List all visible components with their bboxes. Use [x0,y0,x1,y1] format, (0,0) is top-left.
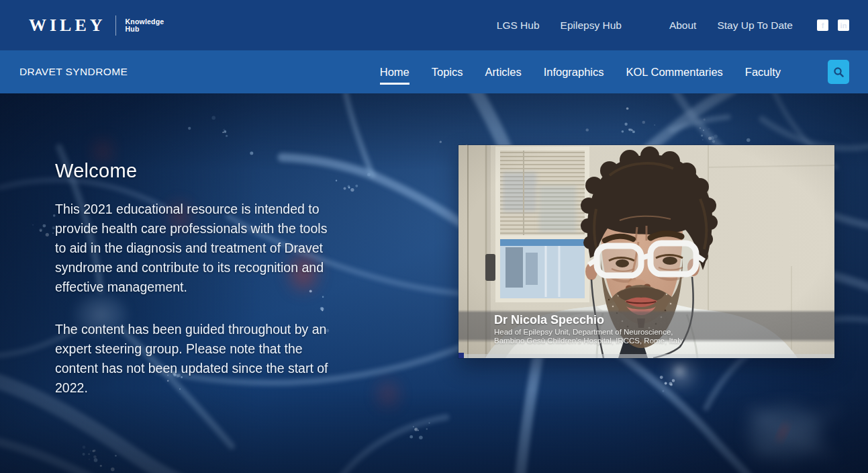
nav-home[interactable]: Home [380,66,409,79]
facebook-icon[interactable]: f [817,19,828,31]
topnav-lgs-hub[interactable]: LGS Hub [497,19,540,32]
topnav-about[interactable]: About [669,19,697,32]
wiley-wordmark: WILEY [29,15,106,36]
site-title[interactable]: DRAVET SYNDROME [19,66,128,78]
site-nav: DRAVET SYNDROME Home Topics Articles Inf… [0,50,868,93]
brand-divider [115,15,116,36]
video-player[interactable]: Dr Nicola Specchio Head of Epilepsy Unit… [459,145,834,358]
intro-paragraph: This 2021 educational resource is intend… [55,200,327,297]
nav-infographics[interactable]: Infographics [544,66,604,79]
speaker-name: Dr Nicola Specchio [494,312,834,327]
search-icon [833,67,845,78]
nav-kol-commentaries[interactable]: KOL Commentaries [626,66,723,79]
nav-topics[interactable]: Topics [432,66,463,79]
page: WILEY Knowledge Hub LGS Hub Epilepsy Hub… [0,0,868,473]
steering-line: 2022. [55,378,328,398]
search-button[interactable] [828,60,849,84]
topnav-epilepsy-hub[interactable]: Epilepsy Hub [561,19,622,32]
steering-line: The content has been guided throughout b… [55,320,328,339]
steering-line: content has not been updated since the s… [55,359,328,378]
intro-line: effective management. [55,277,327,297]
wiley-knowledge-hub-logo[interactable]: WILEY Knowledge Hub [29,15,164,36]
top-header: WILEY Knowledge Hub LGS Hub Epilepsy Hub… [0,0,868,50]
video-caption: Dr Nicola Specchio Head of Epilepsy Unit… [459,310,834,343]
speaker-title-line2: Bambino Gesù Children's Hospital, IRCCS,… [494,337,834,345]
site-nav-items: Home Topics Articles Infographics KOL Co… [380,60,849,84]
page-title: Welcome [55,160,137,182]
top-nav: LGS Hub Epilepsy Hub About Stay Up To Da… [497,19,849,32]
brand-product-name: Knowledge Hub [126,18,164,33]
speaker-title-line1: Head of Epilepsy Unit, Department of Neu… [494,328,834,337]
linkedin-icon[interactable]: in [838,19,849,31]
intro-line: syndrome and contribute to its recogniti… [55,258,327,277]
nav-articles[interactable]: Articles [485,66,522,79]
intro-line: This 2021 educational resource is intend… [55,200,327,219]
intro-line: provide health care professionals with t… [55,219,327,239]
intro-line: to aid in the diagnosis and treatment of… [55,239,327,258]
topnav-stay-up-to-date[interactable]: Stay Up To Date [717,19,793,32]
brand-product-line1: Knowledge [126,18,164,26]
brand-product-line2: Hub [126,26,164,33]
video-progress-bar[interactable] [459,354,834,358]
nav-faculty[interactable]: Faculty [745,66,781,79]
social-links: f in [817,19,849,31]
steering-line: expert steering group. Please note that … [55,339,328,359]
video-playhead[interactable] [459,353,464,358]
hero-section: Welcome This 2021 educational resource i… [0,93,868,473]
steering-group-paragraph: The content has been guided throughout b… [55,320,328,398]
